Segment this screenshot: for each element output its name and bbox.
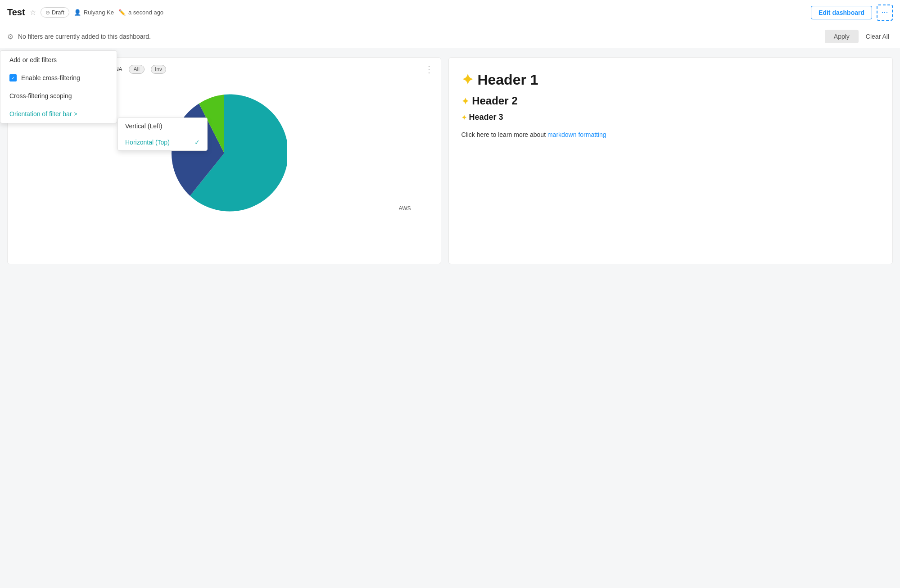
vertical-left-label: Vertical (Left) <box>125 122 162 130</box>
user-label: Ruiyang Ke <box>84 9 114 16</box>
cross-filtering-scoping-label: Cross-filtering scoping <box>9 92 72 100</box>
enable-cross-filtering-label: Enable cross-filtering <box>21 74 80 81</box>
inv-filter-badge[interactable]: Inv <box>151 65 166 74</box>
vertical-left-option[interactable]: Vertical (Left) <box>118 118 207 134</box>
cross-filtering-scoping-item[interactable]: Cross-filtering scoping <box>0 87 117 105</box>
user-icon: 👤 <box>74 9 81 16</box>
orientation-filter-bar-label: Orientation of filter bar > <box>9 110 77 118</box>
all-filter-badge[interactable]: All <box>129 65 145 74</box>
chart-panel-menu-icon[interactable]: ⋮ <box>425 64 434 75</box>
dropdown-menu: Add or edit filters ✓ Enable cross-filte… <box>0 50 117 123</box>
checkmark-icon: ✓ <box>194 139 200 146</box>
gear-icon: ⚙ <box>7 32 14 41</box>
add-edit-filters-label: Add or edit filters <box>9 56 57 63</box>
draft-icon: ⊖ <box>45 9 50 16</box>
draft-label: Draft <box>52 9 64 16</box>
more-options-button[interactable]: ··· <box>877 5 893 21</box>
nav-left: Test ☆ ⊖ Draft 👤 Ruiyang Ke ✏️ a second … <box>7 7 163 18</box>
more-dots-icon: ··· <box>881 8 888 17</box>
star-icon[interactable]: ☆ <box>30 8 36 17</box>
add-edit-filters-item[interactable]: Add or edit filters <box>0 51 117 69</box>
page-title: Test <box>7 7 25 18</box>
time-label: a second ago <box>128 9 163 16</box>
text-panel: ✦ Header 1 ✦ Header 2 ✦ Header 3 Click h… <box>448 57 893 264</box>
enable-cross-filtering-item[interactable]: ✓ Enable cross-filtering <box>0 69 117 87</box>
clear-all-button[interactable]: Clear All <box>862 30 893 43</box>
pie-chart <box>161 90 287 216</box>
user-info: 👤 Ruiyang Ke <box>74 9 114 16</box>
pencil-icon: ✏️ <box>118 9 126 16</box>
sparkle1-icon: ✦ <box>461 72 474 88</box>
text-body: Click here to learn more about markdown … <box>461 131 880 138</box>
no-filters-text: No filters are currently added to this d… <box>18 33 151 40</box>
orientation-submenu: Vertical (Left) Horizontal (Top) ✓ <box>118 118 208 151</box>
horizontal-top-option[interactable]: Horizontal (Top) ✓ <box>118 134 207 150</box>
markdown-link[interactable]: markdown formatting <box>547 131 606 138</box>
filter-bar-left: ⚙ No filters are currently added to this… <box>7 32 819 41</box>
text-header3: ✦ Header 3 <box>461 113 880 122</box>
edit-dashboard-button[interactable]: Edit dashboard <box>811 6 872 19</box>
checkbox-icon: ✓ <box>9 74 17 81</box>
filter-bar: ⚙ No filters are currently added to this… <box>0 25 900 48</box>
main-content: ⋮ AZURE ALIBABA AWS_CHINA All Inv GCP <box>0 48 900 273</box>
nav-right: Edit dashboard ··· <box>811 5 893 21</box>
sparkle2-icon: ✦ <box>461 96 469 106</box>
filter-bar-right: Apply Clear All <box>825 30 893 43</box>
apply-button[interactable]: Apply <box>825 30 859 43</box>
horizontal-top-label: Horizontal (Top) <box>125 139 170 146</box>
draft-button[interactable]: ⊖ Draft <box>41 7 69 18</box>
orientation-filter-bar-item[interactable]: Orientation of filter bar > <box>0 105 117 123</box>
text-header2: ✦ Header 2 <box>461 95 880 107</box>
aws-label: AWS <box>399 205 411 212</box>
sparkle3-icon: ✦ <box>461 114 467 121</box>
text-header1: ✦ Header 1 <box>461 71 880 88</box>
top-nav: Test ☆ ⊖ Draft 👤 Ruiyang Ke ✏️ a second … <box>0 0 900 25</box>
time-info: ✏️ a second ago <box>118 9 163 16</box>
